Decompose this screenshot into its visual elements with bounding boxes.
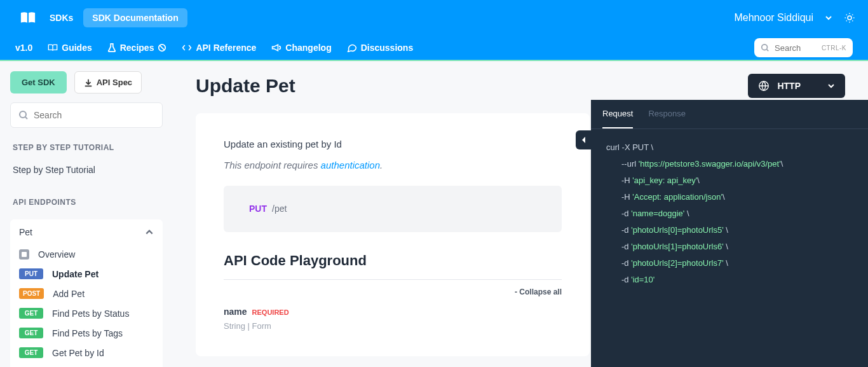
svg-point-0 bbox=[848, 16, 851, 20]
get-sdk-button[interactable]: Get SDK bbox=[10, 71, 67, 93]
megaphone-icon bbox=[271, 43, 281, 52]
section-endpoints-label: API ENDPOINTS bbox=[10, 198, 163, 207]
chevron-down-icon bbox=[827, 82, 835, 90]
code-icon bbox=[182, 44, 192, 52]
tab-response[interactable]: Response bbox=[648, 100, 686, 128]
method-badge: GET bbox=[19, 328, 43, 338]
sidebar-item-overview[interactable]: Overview bbox=[19, 245, 154, 264]
book-icon bbox=[19, 11, 37, 24]
tab-request[interactable]: Request bbox=[602, 100, 633, 128]
user-name[interactable]: Mehnoor Siddiqui bbox=[734, 12, 813, 24]
svg-point-3 bbox=[20, 111, 26, 118]
svg-rect-4 bbox=[22, 252, 27, 257]
sdks-link[interactable]: SDKs bbox=[50, 13, 73, 23]
sidebar-item-label: Update Pet bbox=[52, 269, 98, 279]
sidebar-group-pet[interactable]: Pet bbox=[10, 219, 163, 245]
nav-search[interactable]: CTRL-K bbox=[754, 38, 853, 57]
search-icon bbox=[18, 110, 29, 120]
brand-header: SDKs SDK Documentation Mehnoor Siddiqui bbox=[0, 0, 868, 36]
sidebar-item-label: Find Pets by Tags bbox=[52, 328, 123, 338]
sidebar-search[interactable] bbox=[10, 102, 163, 128]
chevron-down-icon[interactable] bbox=[825, 14, 832, 22]
method-badge: PUT bbox=[19, 268, 43, 279]
auth-note: This endpoint requires authentication. bbox=[224, 160, 562, 170]
method-badge: GET bbox=[19, 347, 43, 358]
download-icon bbox=[84, 78, 93, 87]
method-badge: GET bbox=[19, 308, 43, 319]
playground-title: API Code Playground bbox=[224, 253, 562, 280]
no-icon bbox=[158, 43, 166, 52]
endpoint-description: Update an existing pet by Id bbox=[224, 139, 562, 149]
chevron-left-icon bbox=[581, 136, 587, 144]
sdk-doc-tab[interactable]: SDK Documentation bbox=[83, 8, 187, 27]
sidebar-tutorial-link[interactable]: Step by Step Tutorial bbox=[10, 160, 163, 180]
sidebar-item-label: Add Pet bbox=[53, 289, 85, 299]
code-panel: Request Response curl -X PUT \--url 'htt… bbox=[591, 100, 868, 367]
auth-link[interactable]: authentication bbox=[321, 160, 380, 170]
sidebar-item-get-pet-by-id[interactable]: GETGet Pet by Id bbox=[19, 343, 154, 363]
collapse-all-button[interactable]: - Collapse all bbox=[224, 287, 562, 296]
page-title: Update Pet bbox=[196, 75, 295, 97]
search-shortcut: CTRL-K bbox=[822, 45, 846, 52]
panel-collapse-toggle[interactable] bbox=[576, 130, 592, 149]
sidebar-item-find-pets-by-tags[interactable]: GETFind Pets by Tags bbox=[19, 323, 154, 343]
sidebar-item-find-pets-by-status[interactable]: GETFind Pets by Status bbox=[19, 303, 154, 323]
theme-toggle-icon[interactable] bbox=[844, 12, 855, 24]
sidebar-item-label: Get Pet by Id bbox=[52, 348, 104, 358]
version-selector[interactable]: v1.0 bbox=[15, 43, 32, 53]
sidebar: Get SDK API Spec STEP BY STEP TUTORIAL S… bbox=[0, 61, 173, 367]
sidebar-search-input[interactable] bbox=[34, 110, 154, 120]
globe-icon bbox=[758, 80, 770, 92]
content-area: Update Pet HTTP Update an existing pet b… bbox=[173, 61, 868, 367]
section-tutorial-label: STEP BY STEP TUTORIAL bbox=[10, 143, 163, 152]
nav-recipes[interactable]: Recipes bbox=[107, 43, 167, 53]
nav-discussions[interactable]: Discussions bbox=[347, 43, 413, 53]
book-open-icon bbox=[48, 43, 58, 52]
sidebar-item-update-pet[interactable]: PUTUpdate Pet bbox=[19, 264, 154, 284]
svg-point-2 bbox=[762, 45, 768, 50]
param-row: nameREQUIRED String | Form bbox=[224, 307, 562, 331]
chat-icon bbox=[347, 43, 357, 52]
flask-icon bbox=[107, 43, 116, 53]
nav-guides[interactable]: Guides bbox=[48, 43, 92, 53]
nav-bar: v1.0 Guides Recipes API Reference Change… bbox=[0, 36, 868, 61]
method-box: PUT/pet bbox=[224, 186, 562, 232]
nav-search-input[interactable] bbox=[775, 43, 817, 53]
overview-icon bbox=[19, 249, 29, 260]
api-spec-button[interactable]: API Spec bbox=[74, 71, 142, 93]
language-dropdown[interactable]: HTTP bbox=[748, 74, 845, 98]
sidebar-item-label: Overview bbox=[38, 249, 75, 260]
sidebar-item-label: Find Pets by Status bbox=[52, 308, 129, 319]
nav-api-reference[interactable]: API Reference bbox=[182, 43, 256, 53]
search-icon bbox=[761, 43, 770, 52]
code-body[interactable]: curl -X PUT \--url 'https://petstore3.sw… bbox=[591, 129, 868, 298]
content-card: Update an existing pet by Id This endpoi… bbox=[196, 113, 590, 356]
method-badge: POST bbox=[19, 288, 44, 299]
sidebar-item-add-pet[interactable]: POSTAdd Pet bbox=[19, 284, 154, 303]
nav-changelog[interactable]: Changelog bbox=[271, 43, 331, 53]
chevron-up-icon bbox=[145, 228, 154, 237]
